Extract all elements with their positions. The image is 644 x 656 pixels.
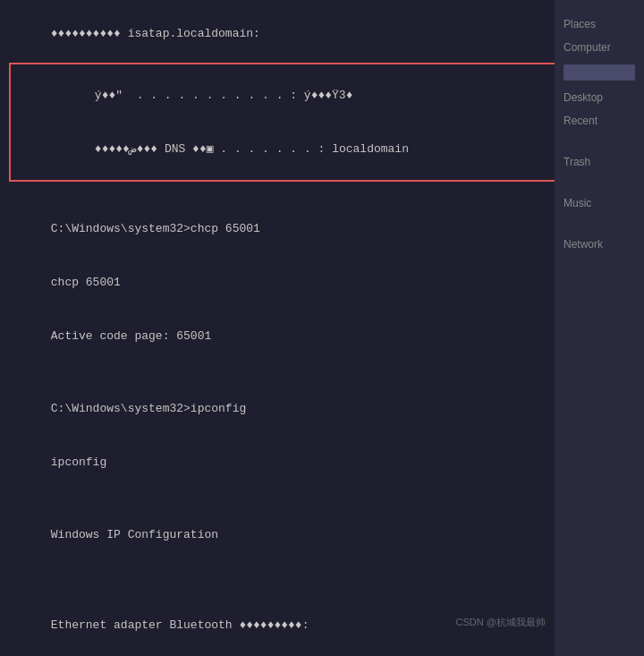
sidebar: Places Computer Desktop Recent Trash Mus…	[555, 0, 644, 656]
empty-line-6	[9, 652, 635, 656]
codepage-line: Active code page: 65001	[9, 310, 635, 363]
terminal-content: ♦♦♦♦♦♦♦♦♦♦ isatap.localdomain: ý♦♦" . . …	[9, 7, 635, 656]
sidebar-places-label: Places	[564, 18, 596, 30]
sidebar-trash-label: Trash	[564, 156, 590, 168]
highlight-line-2: ♦♦♦♦♦ض♦♦♦ DNS ♦♦▣ . . . . . . . : locald…	[18, 123, 623, 176]
sidebar-desktop[interactable]: Desktop	[564, 91, 635, 104]
sidebar-network-label: Network	[564, 238, 603, 251]
chcp-cmd-text: C:\Windows\system32>chcp 65001	[51, 222, 260, 235]
sidebar-spacer2	[564, 179, 635, 186]
sidebar-active-item[interactable]	[564, 64, 635, 81]
sidebar-music[interactable]: Music	[564, 197, 635, 209]
sidebar-computer[interactable]: Computer	[564, 41, 635, 54]
sidebar-trash[interactable]: Trash	[564, 156, 635, 168]
chcp-output-line: chcp 65001	[9, 256, 635, 310]
sidebar-places[interactable]: Places	[564, 18, 635, 30]
terminal-window: ♦♦♦♦♦♦♦♦♦♦ isatap.localdomain: ý♦♦" . . …	[0, 0, 644, 656]
line-1-text: ♦♦♦♦♦♦♦♦♦♦ isatap.localdomain:	[51, 27, 260, 40]
sidebar-desktop-label: Desktop	[564, 91, 603, 104]
ipconfig-echo-text: ipconfig	[51, 456, 106, 469]
empty-line-3	[9, 490, 635, 508]
sidebar-network[interactable]: Network	[564, 238, 635, 251]
sidebar-spacer1	[564, 138, 635, 145]
empty-line-2	[9, 364, 635, 382]
empty-line-5	[9, 580, 635, 598]
eth-bluetooth-text: Ethernet adapter Bluetooth ♦♦♦♦♦♦♦♦♦:	[51, 618, 309, 632]
ipconfig-cmd-line: C:\Windows\system32>ipconfig	[9, 382, 635, 436]
highlight-line-1: ý♦♦" . . . . . . . . . . . : ý♦♦♦Ÿ3♦	[18, 68, 623, 122]
sidebar-recent[interactable]: Recent	[564, 115, 635, 127]
ipconfig-cmd-text: C:\Windows\system32>ipconfig	[51, 402, 246, 415]
sidebar-music-label: Music	[564, 197, 591, 209]
sidebar-spacer3	[564, 220, 635, 227]
watermark-text: CSDN @杭城我最帅	[456, 617, 546, 627]
highlight-line-2-text: ♦♦♦♦♦ض♦♦♦ DNS ♦♦▣ . . . . . . . : locald…	[73, 142, 409, 156]
empty-line-1	[9, 183, 635, 201]
sidebar-recent-label: Recent	[564, 115, 597, 127]
ipconfig-echo-line: ipconfig	[9, 436, 635, 490]
win-ip-config-line: Windows IP Configuration	[9, 508, 635, 562]
codepage-text: Active code page: 65001	[51, 329, 211, 343]
watermark: CSDN @杭城我最帅	[456, 616, 546, 629]
highlight-line-1-text: ý♦♦" . . . . . . . . . . . : ý♦♦♦Ÿ3♦	[73, 89, 352, 102]
sidebar-computer-label: Computer	[564, 41, 611, 54]
empty-line-4	[9, 562, 635, 580]
highlight-box-top: ý♦♦" . . . . . . . . . . . : ý♦♦♦Ÿ3♦ ♦♦♦…	[9, 63, 631, 182]
chcp-cmd-line: C:\Windows\system32>chcp 65001	[9, 201, 635, 255]
line-1: ♦♦♦♦♦♦♦♦♦♦ isatap.localdomain:	[9, 7, 635, 61]
chcp-output-text: chcp 65001	[51, 276, 121, 289]
win-ip-config-text: Windows IP Configuration	[51, 528, 218, 541]
